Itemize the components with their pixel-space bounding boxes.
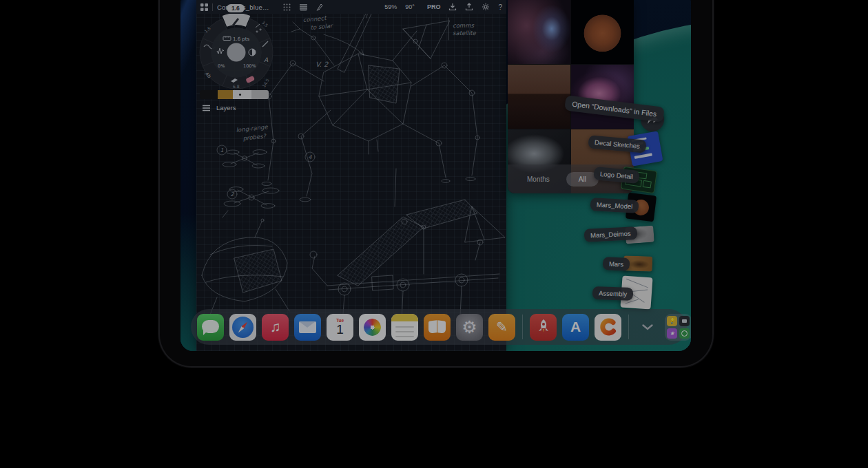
zoom-level[interactable]: 59%: [380, 3, 401, 10]
app-store-a-icon: A: [570, 319, 581, 335]
library-mini-camera-icon: [679, 316, 690, 326]
dock-app-pages[interactable]: ✎: [488, 314, 515, 341]
dock-app-mail[interactable]: [294, 314, 321, 341]
dock-app-concepts[interactable]: [595, 314, 621, 341]
dock: ♫ Tue 1 ⚙ ✎: [191, 309, 687, 345]
messages-bubble-icon: [202, 320, 219, 333]
wheel-opacity-min: 0%: [218, 63, 225, 69]
tab-months[interactable]: Months: [520, 176, 557, 183]
notes-header: [391, 314, 418, 321]
books-page-icon: [428, 320, 437, 333]
dock-app-settings[interactable]: ⚙: [456, 314, 483, 341]
brush-wheel[interactable]: 1.6 pts 0% 100% 1.5 3.5 14.5 6.8 A Ab: [198, 14, 275, 91]
layers-list-icon: [202, 105, 211, 111]
dock-app-books[interactable]: [424, 314, 451, 341]
calendar-day: 1: [336, 323, 344, 336]
rocket-icon: [536, 319, 551, 335]
text-tool-glyph: A: [264, 56, 269, 63]
workspace-grid-icon[interactable]: [196, 0, 212, 14]
annotation-num-1: 1: [220, 147, 224, 153]
sketch-rover: [310, 169, 505, 323]
annotation-connect-2: to solar: [310, 22, 333, 31]
dock-divider: [628, 315, 629, 339]
photo-thumb-mars-hills[interactable]: [508, 65, 570, 129]
pro-badge[interactable]: PRO: [423, 3, 445, 10]
music-note-icon: ♫: [270, 319, 281, 335]
library-mini-star-icon: ★: [667, 328, 677, 339]
sketch-arrow: [324, 34, 364, 55]
notes-line-icon: [395, 336, 414, 337]
concepts-app-window: connect to solar comms satellite V. 2 lo…: [196, 0, 506, 351]
ipad-screen: connect to solar comms satellite V. 2 lo…: [180, 0, 691, 351]
pages-pen-icon: ✎: [496, 319, 508, 335]
dock-app-music[interactable]: ♫: [262, 314, 289, 341]
library-mini-ring-icon: [679, 328, 690, 339]
seg-num-bottom: 6.8: [233, 84, 240, 89]
settings-gear-icon[interactable]: [477, 0, 494, 14]
layers-menu-icon[interactable]: [295, 0, 312, 14]
swatch-gold[interactable]: [218, 90, 233, 99]
dock-collapse-button[interactable]: [636, 314, 659, 341]
dock-app-messages[interactable]: [197, 314, 224, 341]
dock-divider: [522, 315, 523, 339]
dock-app-calendar[interactable]: Tue 1: [327, 314, 353, 341]
mail-envelope-icon: [299, 321, 316, 333]
dock-app-notes[interactable]: [391, 314, 418, 341]
photo-thumb-horsehead-nebula[interactable]: [508, 0, 570, 64]
export-share-icon[interactable]: [461, 0, 477, 14]
dock-app-app-store[interactable]: A: [562, 314, 589, 341]
notes-line-icon: [395, 331, 414, 332]
sketch-module: [202, 219, 289, 318]
sketch-lander: [262, 6, 479, 202]
annotation-comms-1: comms: [453, 22, 474, 29]
concepts-c-icon: [599, 318, 617, 336]
settings-gear-glyph: ⚙: [462, 317, 477, 337]
annotation-num-2: 2: [231, 191, 235, 198]
color-palette-bar: [200, 90, 269, 99]
annotation-probes-2: probes?: [242, 132, 267, 142]
precision-grid-icon[interactable]: [279, 0, 295, 14]
photo-thumb-mars-planet[interactable]: [571, 0, 634, 64]
chevron-down-icon: [642, 324, 653, 330]
sketch-drones: [223, 150, 279, 217]
wheel-size-value: 1.6 pts: [233, 36, 250, 42]
swatch-black[interactable]: [200, 90, 218, 99]
annotation-connect-1: connect: [302, 14, 327, 23]
dock-app-safari[interactable]: [229, 314, 256, 341]
dock-app-photos[interactable]: [359, 314, 386, 341]
import-icon[interactable]: [444, 0, 461, 14]
drag-label-assembly[interactable]: Assembly: [592, 286, 634, 301]
library-mini-tips-icon: 💡: [667, 316, 677, 326]
annotation-comms-2: satellite: [453, 30, 477, 36]
layers-button[interactable]: Layers: [202, 104, 236, 111]
photos-flower-icon: [364, 319, 381, 336]
size-tooltip: 1.6: [227, 4, 245, 12]
swatch-white-selected[interactable]: [233, 90, 251, 99]
notes-line-icon: [395, 326, 414, 328]
drag-label-mars[interactable]: Mars: [603, 257, 630, 270]
pen-mode-icon[interactable]: [312, 0, 328, 14]
annotation-probes-1: long-range: [236, 123, 269, 134]
rotation-angle[interactable]: 90°: [401, 3, 419, 10]
color-puck[interactable]: [227, 43, 246, 62]
layers-label: Layers: [216, 104, 236, 111]
stage: connect to solar comms satellite V. 2 lo…: [0, 0, 868, 468]
swatch-grey[interactable]: [251, 90, 269, 99]
swatch-selected-dot: [239, 94, 241, 96]
dock-app-rocket[interactable]: [530, 314, 557, 341]
annotation-version: V. 2: [316, 61, 329, 68]
drag-label-mars-deimos[interactable]: Mars_Deimos: [584, 226, 637, 242]
ipad-device-frame: connect to solar comms satellite V. 2 lo…: [160, 0, 712, 366]
seg-num-eraser: 14.5: [261, 78, 270, 88]
dock-app-library-button[interactable]: 💡 ★: [665, 314, 691, 341]
annotation-num-4: 4: [309, 154, 313, 160]
help-icon[interactable]: ?: [494, 0, 506, 14]
books-page-icon: [437, 320, 446, 333]
wheel-opacity-max: 100%: [243, 63, 256, 69]
drag-label-mars-model[interactable]: Mars_Model: [590, 198, 639, 213]
